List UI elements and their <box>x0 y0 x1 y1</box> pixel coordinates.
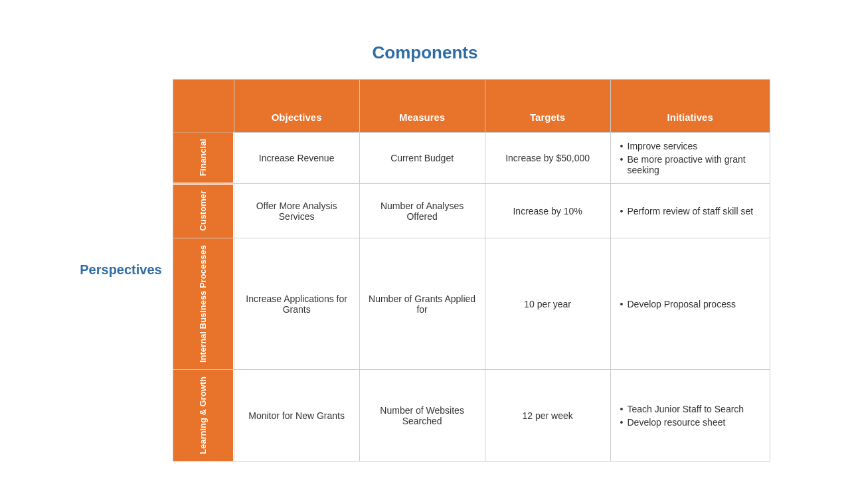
initiatives-cell: Teach Junior Staff to SearchDevelop reso… <box>610 370 770 462</box>
measure-cell: Current Budget <box>359 132 485 183</box>
measures-header: Measures <box>359 79 485 132</box>
measure-cell: Number of Websites Searched <box>359 370 485 462</box>
target-cell: 12 per week <box>485 370 610 462</box>
table-row: Internal Business ProcessesIncrease Appl… <box>173 238 770 370</box>
scorecard-table: Objectives Measures Targets Initiatives … <box>173 79 770 462</box>
targets-header: Targets <box>485 79 610 132</box>
perspective-cell: Customer <box>173 184 234 238</box>
perspective-cell: Learning & Growth <box>173 370 234 462</box>
initiative-item: Develop Proposal process <box>620 299 760 309</box>
initiative-item: Perform review of staff skill set <box>620 206 760 216</box>
initiative-item: Be more proactive with grant seeking <box>620 154 760 175</box>
objective-cell: Monitor for New Grants <box>234 370 359 462</box>
perspectives-label: Perspectives <box>80 262 161 278</box>
measure-cell: Number of Analyses Offered <box>359 184 485 238</box>
objective-cell: Increase Revenue <box>234 132 359 183</box>
page-wrapper: Components Perspectives Objectives Measu… <box>0 23 850 481</box>
table-row: Learning & GrowthMonitor for New GrantsN… <box>173 370 770 462</box>
initiative-item: Teach Junior Staff to Search <box>620 404 760 414</box>
measure-cell: Number of Grants Applied for <box>359 238 485 370</box>
initiative-item: Develop resource sheet <box>620 417 760 428</box>
target-cell: 10 per year <box>485 238 610 370</box>
objective-cell: Increase Applications for Grants <box>234 238 359 370</box>
table-row: CustomerOffer More Analysis ServicesNumb… <box>173 184 770 238</box>
initiatives-cell: Perform review of staff skill set <box>610 184 770 238</box>
target-cell: Increase by 10% <box>485 184 610 238</box>
table-row: FinancialIncrease RevenueCurrent BudgetI… <box>173 132 770 183</box>
perspective-cell: Internal Business Processes <box>173 238 234 370</box>
objectives-header: Objectives <box>234 79 359 132</box>
page-title: Components <box>373 42 478 63</box>
corner-header <box>173 79 234 132</box>
initiatives-cell: Develop Proposal process <box>610 238 770 370</box>
initiatives-header: Initiatives <box>610 79 770 132</box>
objective-cell: Offer More Analysis Services <box>234 184 359 238</box>
initiatives-cell: Improve servicesBe more proactive with g… <box>610 132 770 183</box>
outer-layout: Perspectives Objectives Measures Targets… <box>80 79 770 462</box>
perspective-cell: Financial <box>173 132 234 183</box>
initiative-item: Improve services <box>620 141 760 151</box>
target-cell: Increase by $50,000 <box>485 132 610 183</box>
